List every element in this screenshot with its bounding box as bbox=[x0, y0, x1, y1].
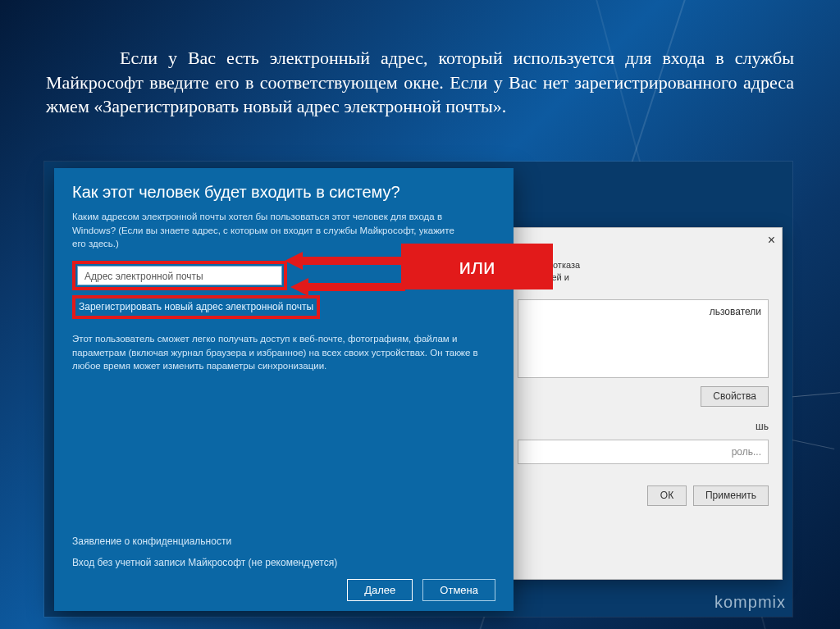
password-section-label: шь bbox=[518, 420, 769, 434]
password-input[interactable]: роль... bbox=[518, 440, 769, 464]
slide-text-content: Если у Вас есть электронный адрес, котор… bbox=[46, 48, 794, 116]
or-label: или bbox=[459, 254, 495, 280]
close-icon[interactable]: × bbox=[768, 233, 775, 248]
properties-button[interactable]: Свойства bbox=[701, 386, 769, 407]
signin-setup-dialog: Как этот человек будет входить в систему… bbox=[54, 168, 514, 611]
email-input[interactable]: Адрес электронной почты bbox=[77, 266, 282, 285]
or-callout: или bbox=[401, 244, 553, 289]
dialog-title: Как этот человек будет входить в систему… bbox=[72, 183, 495, 202]
arrow-to-email-icon bbox=[285, 250, 408, 271]
user-accounts-hint-line2: ы паролей и bbox=[518, 271, 769, 284]
no-ms-account-link[interactable]: Вход без учетной записи Майкрософт (не р… bbox=[72, 557, 337, 568]
register-link-highlight: Зарегистрировать новый адрес электронной… bbox=[72, 295, 320, 319]
next-button[interactable]: Далее bbox=[347, 579, 413, 601]
svg-marker-0 bbox=[285, 252, 408, 270]
users-listbox-header: льзователи bbox=[525, 305, 761, 319]
users-listbox[interactable]: льзователи bbox=[518, 299, 769, 378]
screenshot-region: × ния или отказа ы паролей и льзователи … bbox=[44, 162, 792, 617]
watermark: kompmix bbox=[714, 593, 786, 612]
ok-button[interactable]: ОК bbox=[647, 485, 687, 506]
email-input-highlight: Адрес электронной почты bbox=[72, 261, 287, 290]
dialog-note: Этот пользователь сможет легко получать … bbox=[72, 332, 482, 373]
svg-marker-1 bbox=[290, 278, 405, 296]
privacy-statement-link[interactable]: Заявление о конфиденциальности bbox=[72, 536, 231, 547]
cancel-button[interactable]: Отмена bbox=[422, 579, 495, 601]
apply-button[interactable]: Применить bbox=[693, 485, 769, 506]
dialog-subtitle: Каким адресом электронной почты хотел бы… bbox=[72, 210, 458, 251]
arrow-to-register-icon bbox=[290, 276, 405, 298]
slide-description: Если у Вас есть электронный адрес, котор… bbox=[46, 46, 794, 119]
user-accounts-hint-line1: ния или отказа bbox=[518, 259, 769, 271]
register-new-email-link[interactable]: Зарегистрировать новый адрес электронной… bbox=[79, 299, 313, 314]
